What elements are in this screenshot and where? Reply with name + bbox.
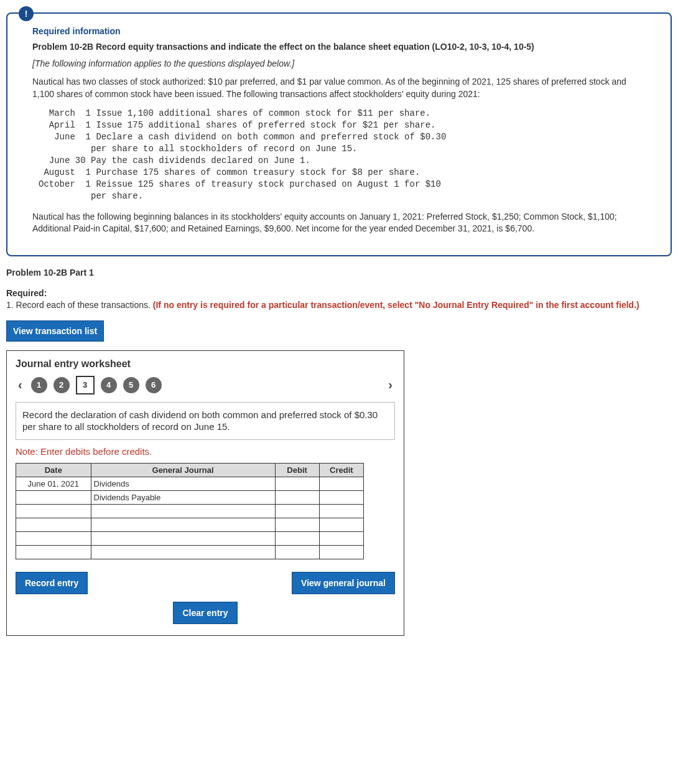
chevron-left-icon[interactable]: ‹ [16,378,25,392]
nav-step-1[interactable]: 1 [31,377,47,393]
nav-step-6[interactable]: 6 [146,377,162,393]
cell-account[interactable] [91,518,275,531]
cell-debit[interactable] [275,531,319,545]
table-row [16,545,364,559]
cell-credit[interactable] [319,477,363,490]
note-debits-before-credits: Note: Enter debits before credits. [16,446,395,457]
table-row: Dividends Payable [16,490,364,504]
view-transaction-list-button[interactable]: View transaction list [6,320,104,342]
required-line-lead: 1. Record each of these transactions. [6,300,153,310]
cell-credit[interactable] [319,504,363,518]
required-info-heading: Required information [32,26,646,36]
nav-step-3-active[interactable]: 3 [76,376,95,394]
cell-debit[interactable] [275,545,319,559]
required-line-red: (If no entry is required for a particula… [153,300,639,310]
cell-date[interactable] [16,545,91,559]
required-block: Required: 1. Record each of these transa… [6,287,672,312]
balances-paragraph: Nautical has the following beginning bal… [32,211,646,235]
required-label: Required: [6,288,47,298]
col-credit-header: Credit [319,463,363,477]
col-gj-header: General Journal [91,463,275,477]
journal-worksheet-container: Journal entry worksheet ‹ 1 2 3 4 5 6 › … [6,350,404,636]
cell-credit[interactable] [319,490,363,504]
worksheet-nav: ‹ 1 2 3 4 5 6 › [16,376,395,394]
cell-credit[interactable] [319,531,363,545]
problem-title: Problem 10-2B Record equity transactions… [32,41,646,52]
cell-debit[interactable] [275,504,319,518]
info-badge-icon: ! [19,6,34,21]
view-general-journal-button[interactable]: View general journal [292,572,395,594]
table-row [16,531,364,545]
col-date-header: Date [16,463,91,477]
cell-date[interactable] [16,518,91,531]
instruction-box: Record the declaration of cash dividend … [16,402,395,440]
cell-debit[interactable] [275,477,319,490]
cell-account[interactable]: Dividends [91,477,275,490]
clear-entry-button[interactable]: Clear entry [173,602,237,624]
record-entry-button[interactable]: Record entry [16,572,88,594]
cell-account[interactable] [91,531,275,545]
required-info-container: ! Required information Problem 10-2B Rec… [6,12,672,256]
table-row [16,518,364,531]
cell-account[interactable]: Dividends Payable [91,490,275,504]
chevron-right-icon[interactable]: › [386,378,395,392]
cell-date[interactable]: June 01, 2021 [16,477,91,490]
nav-step-2[interactable]: 2 [53,377,70,393]
cell-date[interactable] [16,531,91,545]
intro-paragraph: Nautical has two classes of stock author… [32,76,646,100]
general-journal-table: Date General Journal Debit Credit June 0… [16,463,364,559]
cell-debit[interactable] [275,490,319,504]
nav-step-4[interactable]: 4 [101,377,117,393]
applies-note: [The following information applies to th… [32,58,646,68]
cell-date[interactable] [16,490,91,504]
nav-step-5[interactable]: 5 [123,377,139,393]
cell-account[interactable] [91,504,275,518]
cell-date[interactable] [16,504,91,518]
cell-credit[interactable] [319,518,363,531]
cell-account[interactable] [91,545,275,559]
cell-credit[interactable] [319,545,363,559]
worksheet-heading: Journal entry worksheet [16,358,395,370]
cell-debit[interactable] [275,518,319,531]
table-row: June 01, 2021 Dividends [16,477,364,490]
table-row [16,504,364,518]
col-debit-header: Debit [275,463,319,477]
transactions-block: March 1 Issue 1,100 additional shares of… [39,108,646,202]
part-heading: Problem 10-2B Part 1 [6,268,672,278]
